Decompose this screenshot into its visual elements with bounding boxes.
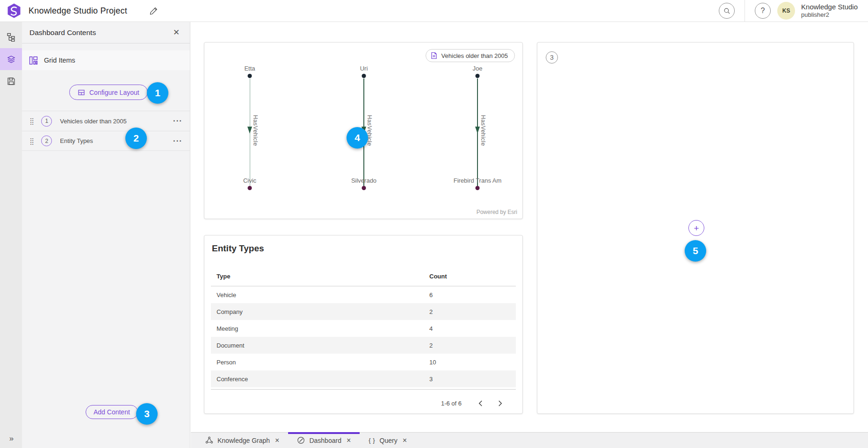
close-tab-icon[interactable]: × (347, 437, 351, 444)
previous-page-button[interactable] (474, 397, 487, 410)
tab-label: Knowledge Graph (217, 437, 270, 444)
cell-type: Vehicle (217, 292, 236, 299)
empty-slot-widget: 3 + (537, 42, 854, 414)
table-body: Vehicle 6 Company 2 Meeting 4 Document 2… (204, 286, 522, 387)
bottom-tab-bar: Knowledge Graph × Dashboard × { } Query … (191, 432, 868, 448)
layers-icon (7, 55, 16, 64)
drag-handle-icon[interactable]: ⣿ (29, 118, 34, 124)
pagination-label: 1-6 of 6 (441, 400, 462, 407)
dashboard-gauge-icon (297, 436, 305, 444)
node-label: Uri (360, 65, 368, 72)
cell-type: Meeting (217, 325, 238, 332)
left-rail: » (0, 22, 22, 448)
node-label: Joe (473, 65, 483, 72)
table-row: Person 10 (211, 354, 516, 370)
graph-node[interactable] (476, 74, 480, 78)
edit-title-button[interactable] (147, 4, 161, 18)
help-button[interactable]: ? (755, 3, 771, 19)
tab-knowledge-graph[interactable]: Knowledge Graph × (196, 433, 288, 448)
tab-query[interactable]: { } Query × (360, 433, 416, 448)
rail-item-save[interactable] (0, 70, 22, 92)
grid-items-section: Grid Items (22, 50, 190, 70)
column-header-type: Type (217, 273, 230, 280)
esri-attribution: Powered by Esri (477, 209, 517, 215)
callout-badge-3: 3 (136, 403, 158, 425)
graph-node[interactable] (248, 186, 252, 190)
active-tab-indicator (288, 432, 360, 434)
cell-type: Company (217, 308, 243, 315)
knowledge-graph-icon (205, 436, 213, 444)
app-root: Knowledge Studio Project ? (0, 0, 868, 448)
rail-item-layers[interactable] (0, 48, 22, 70)
cell-count: 4 (429, 325, 433, 332)
cell-count: 2 (429, 308, 433, 315)
node-label: Silverado (351, 177, 376, 184)
edge-arrow-icon (475, 127, 480, 134)
layout-grid-icon (78, 89, 85, 96)
tab-dashboard[interactable]: Dashboard × (288, 433, 360, 448)
configure-layout-button[interactable]: Configure Layout (69, 85, 148, 100)
tab-label: Query (380, 437, 398, 444)
table-row: Vehicle 6 (211, 286, 516, 303)
grid-item-list: ⣿ 1 Vehicles older than 2005 ··· ⣿ 2 Ent… (22, 111, 190, 151)
list-item-vehicles[interactable]: ⣿ 1 Vehicles older than 2005 ··· (22, 111, 190, 131)
column-header-count: Count (429, 273, 447, 280)
item-options-button[interactable]: ··· (173, 116, 182, 126)
panel-title: Dashboard Contents (29, 28, 96, 37)
pagination: 1-6 of 6 (441, 395, 506, 411)
braces-icon: { } (369, 437, 375, 444)
edge-label: HasVehicle (480, 115, 486, 146)
slot-number-badge: 3 (546, 51, 558, 64)
graph-node[interactable] (476, 186, 480, 190)
pencil-icon (150, 7, 158, 15)
grid-layout-icon (29, 56, 38, 65)
chevron-left-icon (478, 400, 483, 406)
item-options-button[interactable]: ··· (173, 136, 182, 146)
callout-badge-4: 4 (347, 127, 368, 149)
graph-node[interactable] (248, 74, 252, 78)
graph-node[interactable] (362, 74, 366, 78)
app-logo-icon (7, 3, 21, 18)
next-page-button[interactable] (493, 397, 506, 410)
close-tab-icon[interactable]: × (275, 437, 279, 444)
close-tab-icon[interactable]: × (403, 437, 407, 444)
item-number-badge: 2 (41, 135, 52, 146)
tab-label: Dashboard (309, 437, 341, 444)
edge-arrow-icon (247, 127, 252, 134)
rail-item-hierarchy[interactable] (0, 26, 22, 48)
table-footer-rule (211, 389, 516, 390)
item-label: Entity Types (60, 137, 93, 144)
app-header: Knowledge Studio Project ? (0, 0, 868, 22)
close-panel-button[interactable]: ✕ (170, 27, 182, 39)
graph-source-chip[interactable]: Vehicles older than 2005 (426, 49, 515, 62)
callout-badge-2: 2 (125, 128, 147, 149)
report-icon (430, 52, 438, 59)
avatar[interactable]: KS (777, 2, 795, 20)
cell-count: 3 (429, 376, 433, 383)
user-menu[interactable]: Knowledge Studio publisher2 (801, 3, 858, 19)
list-item-entity-types[interactable]: ⣿ 2 Entity Types ··· (22, 131, 190, 151)
question-icon: ? (761, 7, 765, 15)
search-button[interactable] (719, 3, 735, 19)
cell-count: 2 (429, 342, 433, 349)
table-row: Meeting 4 (211, 320, 516, 337)
table-row: Company 2 (211, 303, 516, 320)
graph-node[interactable] (362, 186, 366, 190)
panel-header: Dashboard Contents ✕ (22, 22, 190, 43)
add-content-button[interactable]: Add Content (86, 405, 138, 419)
add-widget-button[interactable]: + (688, 220, 704, 236)
close-icon: ✕ (173, 28, 180, 37)
chevron-right-icon (498, 400, 502, 406)
table-title: Entity Types (212, 243, 264, 254)
cell-type: Conference (217, 376, 248, 383)
user-role: publisher2 (801, 11, 858, 19)
node-label: Civic (243, 177, 256, 184)
chip-label: Vehicles older than 2005 (441, 52, 508, 59)
drag-handle-icon[interactable]: ⣿ (29, 138, 34, 144)
table-row: Document 2 (211, 337, 516, 354)
header-actions: ? KS Knowledge Studio publisher2 (709, 0, 868, 21)
item-label: Vehicles older than 2005 (60, 118, 126, 125)
grid-items-label: Grid Items (44, 57, 75, 64)
cell-type: Document (217, 342, 244, 349)
expand-rail-button[interactable]: » (0, 429, 22, 448)
